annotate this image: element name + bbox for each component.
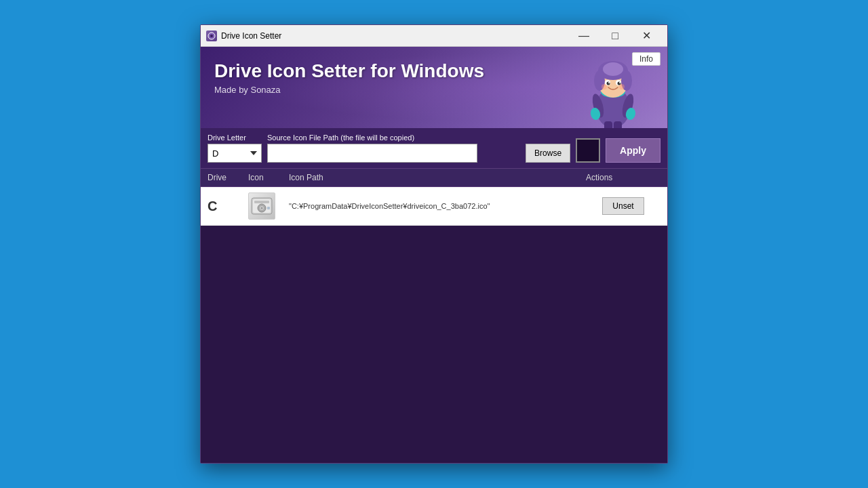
drive-letter-group: Drive Letter D A B C E F	[208, 134, 262, 163]
table-row: C "C:¥ProgramData¥DriveIconSetter¥drivei…	[201, 187, 667, 226]
svg-point-8	[603, 62, 623, 76]
path-label: Source Icon File Path (the file will be …	[267, 134, 520, 142]
app-subtitle: Made by Sonaza	[214, 85, 484, 95]
controls-bar: Drive Letter D A B C E F Source Icon Fil…	[201, 128, 667, 169]
svg-point-28	[261, 207, 263, 209]
path-group: Source Icon File Path (the file will be …	[267, 134, 520, 163]
color-preview[interactable]	[576, 138, 600, 163]
col-icon: Icon	[248, 173, 289, 182]
close-button[interactable]: ✕	[631, 25, 662, 47]
svg-point-14	[619, 82, 620, 83]
content-area	[201, 226, 667, 463]
col-path: Icon Path	[289, 173, 586, 182]
col-drive: Drive	[208, 173, 248, 182]
unset-button[interactable]: Unset	[602, 197, 644, 215]
row-drive-letter: C	[208, 199, 248, 214]
info-button[interactable]: Info	[632, 52, 660, 66]
title-bar: Drive Icon Setter — □ ✕	[201, 25, 667, 47]
path-input[interactable]	[267, 144, 477, 163]
drive-icon-image	[248, 192, 275, 220]
maximize-button[interactable]: □	[599, 25, 631, 47]
svg-rect-29	[267, 207, 270, 209]
svg-point-11	[607, 82, 610, 85]
svg-point-1	[210, 35, 213, 37]
mascot-illustration	[572, 57, 654, 128]
svg-point-15	[601, 84, 607, 89]
row-icon-cell	[248, 192, 289, 220]
minimize-button[interactable]: —	[568, 25, 599, 47]
header-banner: Drive Icon Setter for Windows Made by So…	[201, 47, 667, 128]
browse-button[interactable]: Browse	[526, 144, 570, 163]
app-title: Drive Icon Setter for Windows	[214, 60, 484, 82]
table-area: Drive Icon Icon Path Actions C	[201, 169, 667, 226]
col-actions: Actions	[586, 173, 660, 182]
svg-point-16	[619, 84, 625, 89]
drive-letter-label: Drive Letter	[208, 134, 262, 142]
window-controls: — □ ✕	[568, 25, 662, 47]
window-title: Drive Icon Setter	[221, 31, 568, 41]
apply-button[interactable]: Apply	[606, 138, 660, 163]
row-icon-path: "C:¥ProgramData¥DriveIconSetter¥driveico…	[289, 202, 586, 210]
app-icon	[206, 30, 217, 41]
main-window: Drive Icon Setter — □ ✕ Drive Icon Sette…	[200, 24, 668, 464]
svg-rect-25	[254, 201, 269, 203]
table-header: Drive Icon Icon Path Actions	[201, 169, 667, 187]
svg-rect-22	[614, 121, 622, 128]
svg-point-13	[608, 82, 610, 83]
svg-rect-21	[604, 121, 612, 128]
drive-letter-select[interactable]: D A B C E F	[208, 144, 262, 163]
header-text-group: Drive Icon Setter for Windows Made by So…	[214, 60, 484, 95]
